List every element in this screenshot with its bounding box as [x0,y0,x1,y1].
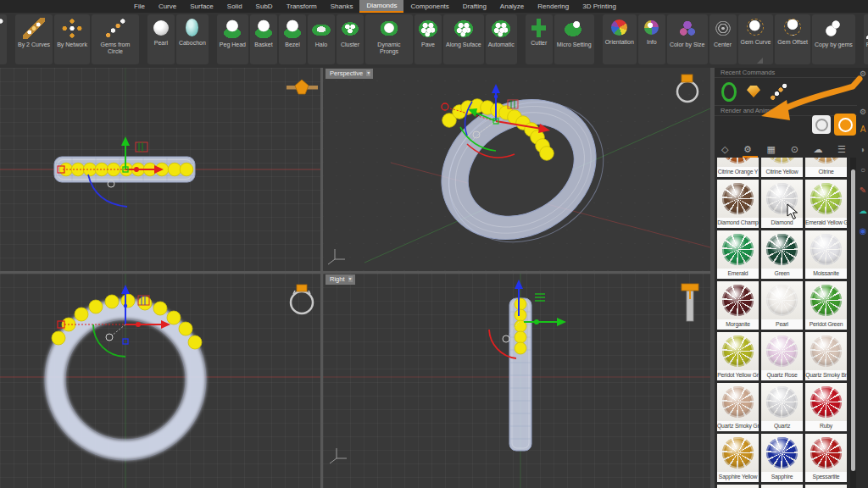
toolbar-button[interactable]: Automatic [486,14,517,64]
toolbar-button[interactable]: Color by Size [667,14,708,64]
viewport-top[interactable] [0,68,320,271]
toolbar-button[interactable]: Micro Setting [554,14,594,64]
menu-item[interactable]: Shanks [324,0,360,13]
toolbar-button[interactable]: Basket [250,14,277,64]
render-mode-button[interactable] [812,115,831,134]
material-swatch[interactable]: Morganite [717,281,759,330]
toolbar-resize-handle[interactable] [757,58,763,64]
toolbar-button[interactable]: By Network [54,14,90,64]
material-swatch[interactable]: Quartz [761,383,803,431]
toolbar-button[interactable]: Gem Curve [738,14,774,64]
recent-command-icon[interactable] [719,81,739,102]
toolbar-button[interactable]: Dynamic Prongs [365,14,413,64]
material-swatch[interactable]: Sapphire [761,434,803,482]
menu-item[interactable]: SubD [249,0,280,13]
viewport-right[interactable] [323,274,710,488]
viewport-title-perspective[interactable]: Perspective [326,69,373,79]
material-swatch[interactable]: Quartz Smoky Gr [717,383,759,431]
recent-command-icon[interactable] [768,81,788,102]
material-swatch[interactable]: Diamond Champ [717,180,759,228]
toolbar-button-label: Copy by gems [815,42,853,48]
gems-right-view[interactable] [515,298,526,354]
toolbar-button[interactable]: Bezel [279,14,306,64]
toolbar-button[interactable]: Cutter [526,14,553,64]
material-swatch[interactable]: Quartz Smoky Br [805,332,847,380]
material-tab-icon[interactable]: ◇ [721,142,728,156]
toolbar-button-label: Info [641,39,663,46]
side-tab-icon[interactable]: ☁ [857,205,868,217]
toolbar-button[interactable]: Copy by gems [812,14,855,64]
toolbar-button[interactable]: Center [709,14,737,64]
material-swatch[interactable] [805,485,847,488]
toolbar-button[interactable]: Recover [864,14,868,64]
material-swatch[interactable]: Pearl [761,281,803,330]
menu-item[interactable]: Components [403,0,455,13]
side-tab-icon[interactable]: ○ [857,164,868,176]
ring-model-perspective[interactable] [416,69,629,271]
menu-item[interactable]: File [127,0,152,13]
material-swatch[interactable]: Citrine Yellow [761,158,803,177]
toolbar-button[interactable]: Pearl [147,14,175,64]
material-swatch[interactable]: Citrine Orange Y [717,158,759,177]
viewport-perspective[interactable] [323,68,710,271]
material-swatch[interactable]: Peridot Green [805,281,847,330]
menu-item[interactable]: Drafting [456,0,493,13]
render-mode-button-active[interactable] [834,114,856,136]
menu-item[interactable]: Diamonds [359,0,403,13]
menu-item[interactable]: 3D Printing [576,0,623,13]
menu-item[interactable]: Analyze [493,0,531,13]
toolbar-button[interactable]: By 2 Curves [15,14,53,64]
menu-item[interactable]: Surface [183,0,220,13]
side-tab-icon[interactable]: A [857,124,868,136]
chevron-down-icon[interactable] [348,276,353,282]
menu-item[interactable]: Rendering [531,0,576,13]
chevron-down-icon[interactable] [366,70,370,76]
material-swatch[interactable]: Spessartite [805,434,847,482]
menu-item[interactable]: Curve [152,0,183,13]
material-swatch[interactable]: Moissanite [805,230,847,279]
side-tab-icon[interactable]: ◉ [857,225,868,237]
toolbar-button[interactable]: Gems from Circle [92,14,139,64]
toolbar-button[interactable]: Cluster [337,14,364,64]
material-scrollbar[interactable] [850,158,856,488]
axis-indicator [328,249,345,264]
side-tab-icon[interactable]: ✎ [857,185,868,197]
recent-commands-title: Recent Commands [721,69,775,76]
material-tab-icon[interactable]: ⊙ [791,142,798,156]
material-tab-icon[interactable]: ⚙ [743,142,752,156]
scrollbar-thumb[interactable] [851,169,855,471]
viewport-front[interactable] [0,274,320,488]
material-swatch[interactable]: Citrine [805,158,847,177]
side-tab-icon[interactable]: ◗ [857,144,868,156]
toolbar-button[interactable]: Orientation [603,14,637,64]
material-name: Citrine Orange Y [717,167,759,177]
toolbar-button[interactable]: Cabochon [176,14,209,64]
toolbar-button[interactable]: Halo [308,14,335,64]
menu-item[interactable]: Transform [280,0,324,13]
material-tab-icon[interactable]: ▦ [767,142,776,156]
material-swatch[interactable]: Sapphire Yellow [717,434,759,482]
material-swatch[interactable] [717,485,759,488]
material-swatch[interactable]: Peridot Yellow Gr [717,332,759,380]
toolbar-button[interactable]: Peg Head [217,14,248,64]
toolbar-button-icon [153,20,169,36]
recent-command-icon[interactable] [743,81,764,102]
toolbar-button[interactable]: Pave [415,14,442,64]
toolbar-button[interactable]: Info [638,14,665,64]
material-swatch[interactable] [761,485,803,488]
material-swatch[interactable]: Emerald [717,230,759,279]
material-name: Quartz Rose [761,370,803,380]
toolbar-button[interactable]: e [0,14,7,64]
material-tab-icon[interactable]: ☁ [813,142,822,156]
material-swatch[interactable]: Ruby [805,383,847,431]
material-swatch[interactable]: Emerald Yellow G [805,180,847,228]
gem-preview [722,158,754,164]
material-swatch[interactable]: Green [761,230,803,279]
menu-item[interactable]: Solid [220,0,249,13]
toolbar-button[interactable]: Gem Offset [775,14,810,64]
viewport-title-right[interactable]: Right [326,274,355,285]
toolbar-button[interactable]: Along Suface [443,14,484,64]
material-tab-icon[interactable]: ☰ [837,142,846,156]
material-swatch[interactable]: Diamond [761,180,803,228]
material-swatch[interactable]: Quartz Rose [761,332,803,380]
